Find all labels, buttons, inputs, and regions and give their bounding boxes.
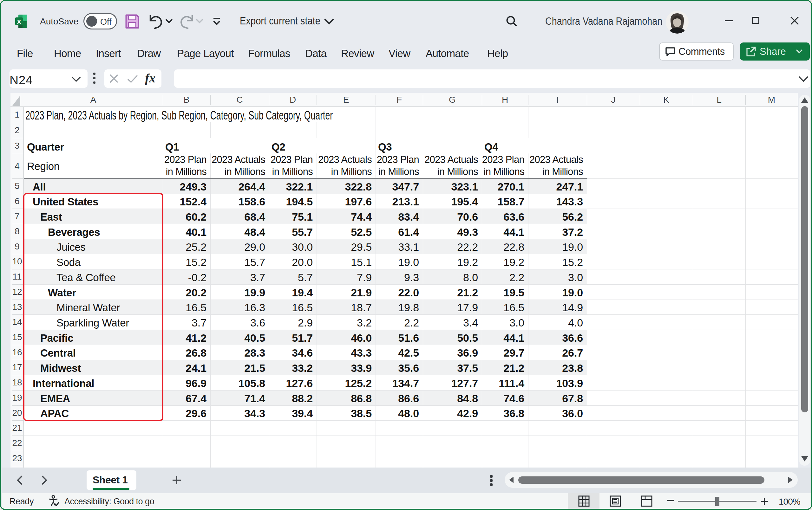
svg-text:X: X	[17, 18, 21, 25]
